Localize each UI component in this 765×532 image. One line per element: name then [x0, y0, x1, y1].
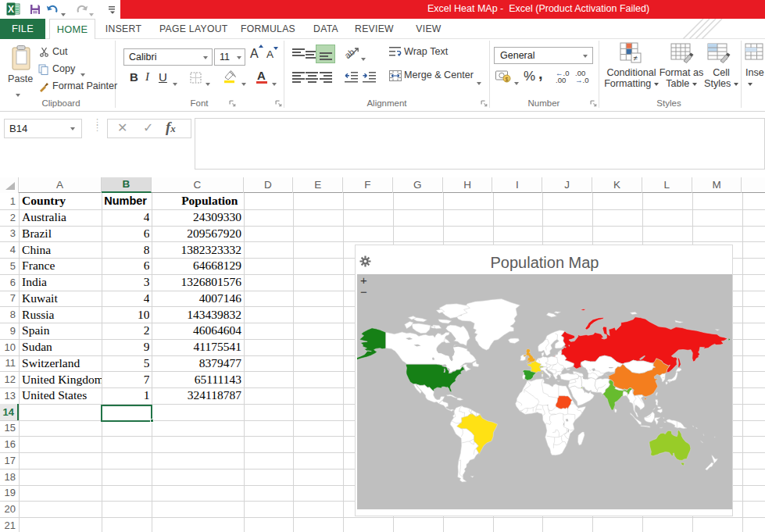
svg-text:ab: ab [345, 47, 356, 60]
svg-text:$: $ [506, 77, 509, 82]
svg-text:X: X [8, 4, 14, 15]
svg-text:≠: ≠ [634, 54, 638, 62]
